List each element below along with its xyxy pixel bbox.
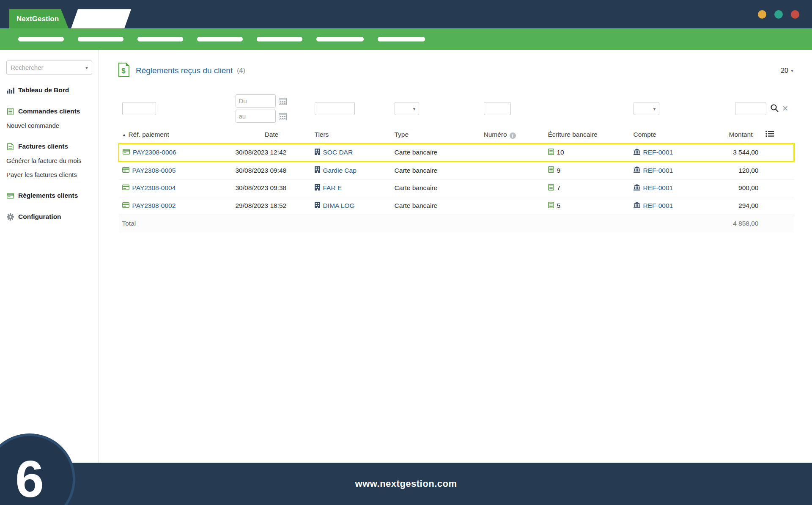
payment-ref-link[interactable]: PAY2308-0006 xyxy=(133,149,176,156)
payment-date: 30/08/2023 12:42 xyxy=(232,143,311,161)
bank-account-link[interactable]: REF-0001 xyxy=(643,184,673,192)
column-header-ecriture[interactable]: Écriture bancaire xyxy=(545,127,630,143)
total-label: Total xyxy=(119,215,232,232)
filter-montant-input[interactable] xyxy=(735,102,766,115)
sidebar-item-customer-invoices[interactable]: Factures clients xyxy=(6,141,92,152)
search-input[interactable] xyxy=(11,64,85,71)
sidebar-item-new-order[interactable]: Nouvel commande xyxy=(6,120,92,130)
column-options-button[interactable] xyxy=(762,127,794,143)
payment-date: 30/08/2023 09:48 xyxy=(232,161,311,179)
chevron-down-icon: ▾ xyxy=(413,106,415,111)
invoice-icon xyxy=(6,143,14,150)
calendar-icon[interactable] xyxy=(278,112,287,121)
payment-type: Carte bancaire xyxy=(391,179,480,197)
bank-entry-link[interactable]: 5 xyxy=(557,202,561,210)
payment-type: Carte bancaire xyxy=(391,161,480,179)
payment-type: Carte bancaire xyxy=(391,143,480,161)
sidebar-item-dashboard[interactable]: Tableau de Bord xyxy=(6,85,92,95)
search-icon[interactable] xyxy=(770,104,779,114)
payment-ref-link[interactable]: PAY2308-0005 xyxy=(132,167,176,174)
page-size-select[interactable]: 20 ▾ xyxy=(781,67,793,75)
payment-date: 29/08/2023 18:52 xyxy=(232,197,311,215)
payment-document-icon xyxy=(118,63,130,79)
filter-ref-input[interactable] xyxy=(122,102,156,115)
menubar-item-6[interactable] xyxy=(316,37,364,41)
payment-card-icon xyxy=(123,149,130,156)
menubar-item-2[interactable] xyxy=(78,37,123,41)
table-total-row: Total 4 858,00 xyxy=(119,215,794,232)
payment-ref-link[interactable]: PAY2308-0002 xyxy=(132,202,176,210)
filter-numero-input[interactable] xyxy=(484,102,511,115)
bar-chart-icon xyxy=(6,86,14,94)
bank-entry-icon xyxy=(548,149,554,157)
bank-account-icon xyxy=(634,149,640,157)
brand-logo-text: NextGestion xyxy=(16,15,59,23)
sidebar-item-customer-payments[interactable]: Règlements clients xyxy=(6,190,92,201)
bank-account-link[interactable]: REF-0001 xyxy=(643,202,673,210)
sidebar-item-customer-orders[interactable]: Commandes clients xyxy=(6,106,92,116)
payment-ref-link[interactable]: PAY2308-0004 xyxy=(132,184,176,192)
table-header-row: ▲Réf. paiement Date Tiers Type Numéroi É… xyxy=(119,127,794,143)
footer: www.nextgestion.com xyxy=(0,463,812,505)
menubar-item-5[interactable] xyxy=(257,37,302,41)
column-header-ref[interactable]: ▲Réf. paiement xyxy=(119,127,232,143)
main-menubar xyxy=(0,28,812,50)
window-dot-yellow-icon[interactable] xyxy=(758,10,766,19)
column-header-date[interactable]: Date xyxy=(232,127,311,143)
thirdparty-link[interactable]: FAR E xyxy=(323,184,342,192)
column-header-tiers[interactable]: Tiers xyxy=(311,127,391,143)
window-dot-teal-icon[interactable] xyxy=(774,10,783,19)
calendar-icon[interactable] xyxy=(278,97,287,105)
sidebar-item-configuration[interactable]: Configuration xyxy=(6,212,92,222)
payment-card-icon xyxy=(6,192,14,199)
sidebar-item-generate-monthly-invoice[interactable]: Générer la facture du mois xyxy=(6,155,92,166)
column-header-montant[interactable]: Montant xyxy=(726,127,762,143)
payment-numero xyxy=(480,197,545,215)
order-document-icon xyxy=(6,108,14,115)
brand-tab[interactable]: NextGestion xyxy=(9,9,69,28)
main-content: Règlements reçus du client (4) 20 ▾ xyxy=(99,50,812,463)
total-amount: 4 858,00 xyxy=(726,215,762,232)
column-header-numero[interactable]: Numéroi xyxy=(480,127,545,143)
clear-filters-icon[interactable]: × xyxy=(782,104,788,113)
bank-entry-link[interactable]: 7 xyxy=(557,184,561,192)
payment-card-icon xyxy=(122,167,129,174)
chevron-down-icon: ▾ xyxy=(653,106,656,111)
company-icon xyxy=(315,184,320,192)
sort-asc-icon: ▲ xyxy=(122,132,126,137)
payment-date: 30/08/2023 09:38 xyxy=(232,179,311,197)
page-header: Règlements reçus du client (4) 20 ▾ xyxy=(118,62,793,79)
window-controls xyxy=(758,0,799,28)
thirdparty-link[interactable]: Gardie Cap xyxy=(323,167,357,174)
bank-account-icon xyxy=(634,184,640,192)
bank-entry-icon xyxy=(548,166,554,174)
window-dot-red-icon[interactable] xyxy=(791,10,799,19)
menubar-item-3[interactable] xyxy=(137,37,183,41)
menubar-item-4[interactable] xyxy=(197,37,243,41)
bank-entry-link[interactable]: 10 xyxy=(557,149,564,156)
company-icon xyxy=(315,202,320,210)
sidebar: ▾ Tableau de Bord Commandes clients Nouv… xyxy=(0,50,99,463)
secondary-tab[interactable] xyxy=(71,9,131,28)
column-header-compte[interactable]: Compte xyxy=(630,127,726,143)
company-icon xyxy=(315,166,320,174)
bank-account-link[interactable]: REF-0001 xyxy=(643,149,673,156)
column-header-type[interactable]: Type xyxy=(391,127,480,143)
filter-tiers-input[interactable] xyxy=(315,102,355,115)
payment-numero xyxy=(480,143,545,161)
sidebar-item-pay-customer-invoices[interactable]: Payer les factures clients xyxy=(6,169,92,179)
chevron-down-icon[interactable]: ▾ xyxy=(85,65,88,70)
filter-date-to-input[interactable] xyxy=(236,110,276,123)
filter-type-select[interactable]: ▾ xyxy=(395,102,419,115)
menubar-item-1[interactable] xyxy=(18,37,64,41)
thirdparty-link[interactable]: DIMA LOG xyxy=(323,202,355,210)
info-icon[interactable]: i xyxy=(510,132,516,139)
thirdparty-link[interactable]: SOC DAR xyxy=(323,149,353,156)
bank-entry-link[interactable]: 9 xyxy=(557,167,561,174)
menubar-item-7[interactable] xyxy=(378,37,425,41)
bank-account-link[interactable]: REF-0001 xyxy=(643,167,673,174)
filter-date-from-input[interactable] xyxy=(236,94,276,108)
record-count: (4) xyxy=(237,67,245,75)
sidebar-search-box[interactable]: ▾ xyxy=(6,61,92,75)
filter-compte-select[interactable]: ▾ xyxy=(634,102,659,115)
